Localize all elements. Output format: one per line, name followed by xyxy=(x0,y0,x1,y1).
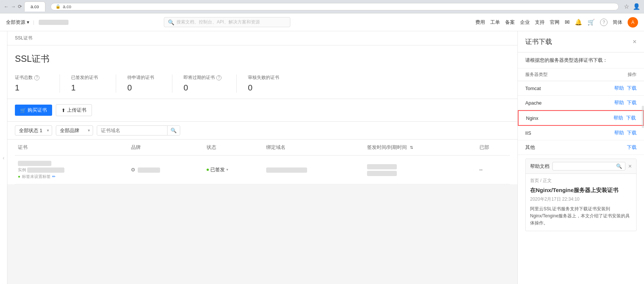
col-cert: 证书 xyxy=(15,140,128,156)
nginx-help-btn[interactable]: 帮助 xyxy=(613,115,623,121)
global-search[interactable]: 🔍 搜索文档、控制台、API、解决方案和资源 xyxy=(164,17,290,27)
breadcrumb: SSL证书 xyxy=(7,31,517,45)
top-nav-right: 费用 工单 备案 企业 支持 官网 ✉ 🔔 🛒 ? 简体 A xyxy=(475,17,638,28)
apache-help-btn[interactable]: 帮助 xyxy=(614,99,624,106)
panel-close-button[interactable]: × xyxy=(632,38,637,46)
nav-enterprise[interactable]: 企业 xyxy=(520,19,530,26)
stat-help-icon-3[interactable]: ? xyxy=(216,75,221,80)
apache-download-btn[interactable]: 下载 xyxy=(627,99,637,106)
email-icon[interactable]: ✉ xyxy=(565,19,570,26)
help-article-body: 阿里云SSL证书服务支持下载证书安装到Nginx/Tengine服务器上，本文介… xyxy=(530,205,632,227)
address-bar[interactable]: 🔒 a.co xyxy=(51,3,619,10)
browser-icons: ☆ 👤 xyxy=(624,3,640,10)
filters: 全部状态 1已签发待申请审核中审核失败 全部品牌DigiCertGeoTrust… xyxy=(7,122,517,140)
cert-name-blur xyxy=(27,167,64,173)
nginx-download-btn[interactable]: 下载 xyxy=(626,115,636,121)
help-search-bar[interactable]: 🔍 xyxy=(552,162,625,170)
other-download-btn[interactable]: 下载 xyxy=(627,144,637,151)
stat-pending: 待申请的证书 0 xyxy=(127,74,172,93)
bell-icon[interactable]: 🔔 xyxy=(575,19,582,26)
nav-website[interactable]: 官网 xyxy=(550,19,559,26)
panel-title: 证书下载 xyxy=(525,37,552,46)
cert-info-cell: 实例 ● 标签未设置标签 ✏ xyxy=(15,156,128,184)
search-icon: 🔍 xyxy=(168,19,174,25)
stat-total: 证书总数 ? 1 xyxy=(15,74,60,93)
edit-tag-icon[interactable]: ✏ xyxy=(52,174,55,179)
help-icon[interactable]: ? xyxy=(600,19,608,26)
all-resources-menu[interactable]: 全部资源 ▾ | xyxy=(6,19,68,26)
iis-help-btn[interactable]: 帮助 xyxy=(614,130,624,136)
col-brand: 品牌 xyxy=(128,140,204,156)
help-panel-close-btn[interactable]: × xyxy=(628,163,632,170)
stat-divider-1 xyxy=(116,74,116,93)
nav-ticket[interactable]: 工单 xyxy=(490,19,500,26)
stats-bar: 证书总数 ? 1 已签发的证书 1 待申请的证书 0 xyxy=(7,68,517,99)
stat-divider-0 xyxy=(60,74,60,93)
nav-fee[interactable]: 费用 xyxy=(475,19,485,26)
search-icon-btn: 🔍 xyxy=(170,128,177,133)
status-dot xyxy=(207,169,209,171)
server-row-tomcat: Tomcat 帮助 下载 xyxy=(518,81,644,96)
server-row-iis: IIS 帮助 下载 xyxy=(518,126,644,140)
col-time: 签发时间/到期时间 ⇅ xyxy=(364,140,476,156)
star-icon[interactable]: ☆ xyxy=(624,3,629,10)
browser-refresh-icon[interactable]: ⟳ xyxy=(18,4,22,9)
cert-status-cell: 已签发 ▾ xyxy=(204,156,263,184)
nav-record[interactable]: 备案 xyxy=(505,19,515,26)
right-panel: 证书下载 × 请根据您的服务器类型选择证书下载： 服务器类型 操作 Tomcat… xyxy=(517,31,644,284)
tomcat-help-btn[interactable]: 帮助 xyxy=(614,85,624,92)
brand-filter[interactable]: 全部品牌DigiCertGeoTrustGlobalSign xyxy=(56,125,93,135)
status-filter[interactable]: 全部状态 1已签发待申请审核中审核失败 xyxy=(15,125,52,135)
stat-issued-value: 1 xyxy=(71,83,101,93)
domain-blur xyxy=(266,167,307,173)
page-header: SSL证书 xyxy=(7,45,517,68)
cart-icon[interactable]: 🛒 xyxy=(587,19,595,26)
help-article-title: 在Nginx/Tengine服务器上安装证书 xyxy=(530,186,632,194)
profile-icon[interactable]: 👤 xyxy=(633,3,640,10)
domain-filter-input[interactable] xyxy=(97,126,167,135)
page-title: SSL证书 xyxy=(15,53,510,65)
stat-failed-value: 0 xyxy=(248,83,279,93)
sidebar-collapse-btn[interactable]: ‹ xyxy=(0,31,7,284)
cert-id-blur xyxy=(18,161,51,166)
help-search-input[interactable] xyxy=(556,164,615,169)
stat-divider-2 xyxy=(172,74,172,93)
browser-tab[interactable]: a.co xyxy=(24,1,45,12)
browser-forward-icon[interactable]: → xyxy=(11,4,16,9)
upload-cert-button[interactable]: ⬆ 上传证书 xyxy=(56,104,92,116)
stat-pending-value: 0 xyxy=(127,83,157,93)
lang-label[interactable]: 简体 xyxy=(613,19,622,26)
help-doc-section: 帮助文档 🔍 × 首页 / 正文 在Nginx/Tengine服务器上安装证书 … xyxy=(518,159,644,235)
time-blur xyxy=(367,164,397,169)
status-badge[interactable]: 已签发 ▾ xyxy=(207,166,228,173)
col-deployed: 已部 xyxy=(476,140,510,156)
sort-icon[interactable]: ⇅ xyxy=(410,145,413,150)
stat-issued: 已签发的证书 1 xyxy=(71,74,116,93)
expiry-blur xyxy=(367,171,397,176)
buy-cert-button[interactable]: 🛒 购买证书 xyxy=(15,105,52,116)
domain-search-button[interactable]: 🔍 xyxy=(167,126,180,135)
stat-help-icon-0[interactable]: ? xyxy=(34,75,39,80)
table-row: 实例 ● 标签未设置标签 ✏ ⊙ xyxy=(15,156,510,184)
brand-filter-wrap: 全部品牌DigiCertGeoTrustGlobalSign xyxy=(56,125,93,135)
tomcat-download-btn[interactable]: 下载 xyxy=(627,85,637,92)
brand-blur xyxy=(138,167,160,173)
current-product-blur xyxy=(39,20,68,25)
stat-expiring: 即将过期的证书 ? 0 xyxy=(184,74,236,93)
upload-icon: ⬆ xyxy=(61,108,66,113)
iis-download-btn[interactable]: 下载 xyxy=(627,130,637,136)
avatar[interactable]: A xyxy=(628,17,638,28)
nav-support[interactable]: 支持 xyxy=(535,19,545,26)
scroll-indicator xyxy=(642,106,644,128)
server-table-header: 服务器类型 操作 xyxy=(518,68,644,81)
page-content: SSL证书 SSL证书 证书总数 ? 1 已签发的证书 1 xyxy=(7,31,517,284)
domain-filter-wrap: 🔍 xyxy=(97,125,180,135)
col-status: 状态 xyxy=(204,140,263,156)
status-filter-wrap: 全部状态 1已签发待申请审核中审核失败 xyxy=(15,125,52,135)
browser-back-icon[interactable]: ← xyxy=(4,4,9,9)
panel-description: 请根据您的服务器类型选择证书下载： xyxy=(518,52,644,68)
stat-expiring-value: 0 xyxy=(184,83,221,93)
secure-icon: 🔒 xyxy=(55,4,61,9)
stat-total-value: 1 xyxy=(15,83,45,93)
help-search-icon[interactable]: 🔍 xyxy=(616,163,622,169)
